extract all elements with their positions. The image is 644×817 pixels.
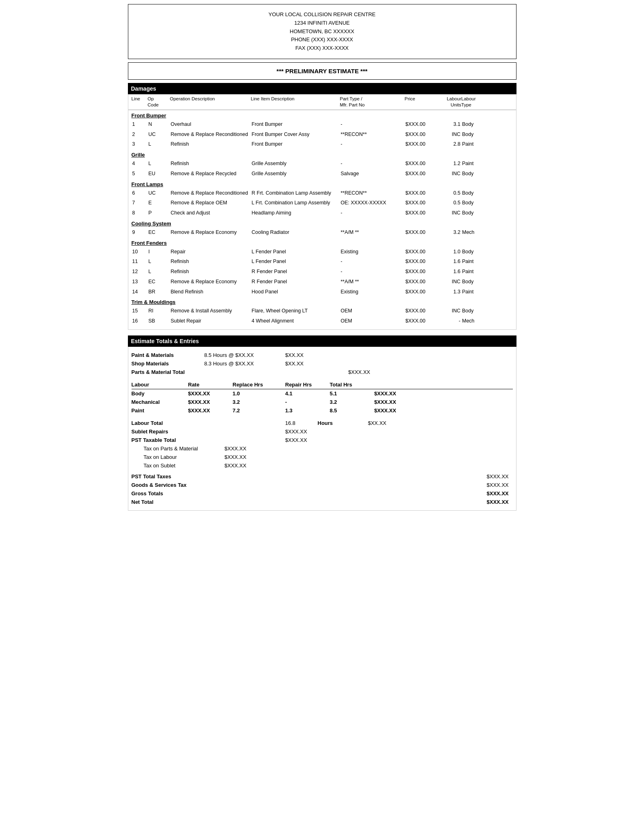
subsection-front-lamps: Front Lamps (128, 179, 516, 188)
table-row: 13 EC Remove & Replace Economy R Fender … (128, 277, 516, 287)
col-price: Price (405, 96, 437, 108)
tax-sublet-row: Tax on Sublet $XXX.XX (132, 461, 513, 470)
labour-total-row: Labour Total 16.8 Hours $XX.XX (132, 419, 513, 427)
pst-taxable-total-row: PST Taxable Total $XXX.XX (132, 436, 513, 444)
header-line2: 1234 INFINITI AVENUE (128, 19, 516, 28)
shop-materials-amount: $XX.XX (285, 361, 334, 367)
pst-taxable-total-amount: $XXX.XX (285, 437, 350, 443)
table-row: 2 UC Remove & Replace Reconditioned Fron… (128, 129, 516, 140)
shop-materials-row: Shop Materials 8.3 Hours @ $XX.XX $XX.XX (132, 359, 513, 368)
mechanical-rate: $XXX.XX (188, 399, 233, 405)
sublet-repairs-label: Sublet Repairs (132, 429, 204, 435)
paint-amount: $XXX.XX (374, 407, 423, 414)
table-row: 16 SB Sublet Repair 4 Wheel Alignment OE… (128, 316, 516, 326)
table-row: 9 EC Remove & Replace Economy Cooling Ra… (128, 227, 516, 238)
mechanical-replace: 3.2 (233, 399, 285, 405)
tax-labour-label: Tax on Labour (144, 454, 225, 460)
paint-materials-label: Paint & Materials (132, 352, 204, 358)
parts-material-total-row: Parts & Material Total $XXX.XX (132, 368, 513, 376)
damages-table: Line OpCode Operation Description Line I… (128, 94, 516, 330)
labour-total-hrs-suffix: Hours (318, 420, 350, 426)
table-row: 6 UC Remove & Replace Reconditioned R Fr… (128, 188, 516, 198)
paint-repair: 1.3 (285, 407, 330, 414)
body-repair: 4.1 (285, 390, 330, 397)
tax-parts-row: Tax on Parts & Material $XXX.XX (132, 444, 513, 453)
col-line: Line (132, 96, 148, 108)
header-line5: FAX (XXX) XXX-XXXX (128, 44, 516, 53)
sublet-repairs-amount: $XXX.XX (285, 429, 350, 435)
tax-labour-amount: $XXX.XX (225, 454, 277, 460)
totals-section-header: Estimate Totals & Entries (128, 335, 516, 347)
subsection-grille: Grille (128, 149, 516, 159)
labour-header-repair: Repair Hrs (285, 382, 330, 388)
gst-label: Goods & Services Tax (132, 482, 221, 488)
header-section: YOUR LOCAL COLLISION REPAIR CENTRE 1234 … (128, 4, 516, 59)
preliminary-title: *** PRELIMINARY ESTIMATE *** (128, 68, 516, 74)
labour-header-total: Total Hrs (330, 382, 374, 388)
body-total: 5.1 (330, 390, 374, 397)
table-row: 7 E Remove & Replace OEM L Frt. Combinat… (128, 198, 516, 208)
subsection-cooling-system: Cooling System (128, 218, 516, 227)
body-rate: $XXX.XX (188, 390, 233, 397)
col-operation: Operation Description (170, 96, 251, 108)
labour-header-rate: Rate (188, 382, 233, 388)
gross-totals-amount: $XXX.XX (464, 490, 513, 497)
body-label: Body (132, 390, 188, 397)
col-part-type: Part Type /Mfr. Part No (340, 96, 405, 108)
mechanical-amount: $XXX.XX (374, 399, 423, 405)
pst-taxable-total-label: PST Taxable Total (132, 437, 204, 443)
body-amount: $XXX.XX (374, 390, 423, 397)
tax-parts-amount: $XXX.XX (225, 446, 277, 452)
table-row: 8 P Check and Adjust Headlamp Aiming - $… (128, 208, 516, 218)
damages-section-header: Damages (128, 83, 516, 94)
pst-total-taxes-amount: $XXX.XX (464, 473, 513, 480)
mechanical-label: Mechanical (132, 399, 188, 405)
table-row: 4 L Refinish Grille Assembly - $XXX.00 1… (128, 159, 516, 169)
paint-materials-amount: $XX.XX (285, 352, 334, 358)
col-op-code: OpCode (148, 96, 170, 108)
pst-total-taxes-row: PST Total Taxes $XXX.XX (132, 472, 513, 481)
paint-label: Paint (132, 407, 188, 414)
table-row: 10 I Repair L Fender Panel Existing $XXX… (128, 247, 516, 257)
totals-section: Paint & Materials 8.5 Hours @ $XX.XX $XX… (128, 347, 516, 511)
preliminary-section: *** PRELIMINARY ESTIMATE *** (128, 62, 516, 80)
paint-total: 8.5 (330, 407, 374, 414)
gst-row: Goods & Services Tax $XXX.XX (132, 481, 513, 489)
tax-sublet-amount: $XXX.XX (225, 463, 277, 469)
header-line3: HOMETOWN, BC XXXXXX (128, 28, 516, 36)
labour-header-label: Labour (132, 382, 188, 388)
paint-labour-row: Paint $XXX.XX 7.2 1.3 8.5 $XXX.XX (132, 406, 513, 415)
subsection-front-fenders: Front Fenders (128, 238, 516, 247)
subsection-front-bumper: Front Bumper (128, 110, 516, 119)
labour-table-header: Labour Rate Replace Hrs Repair Hrs Total… (132, 380, 513, 389)
col-line-item: Line Item Description (251, 96, 340, 108)
parts-material-total-amount: $XXX.XX (334, 369, 374, 375)
col-labour-units: LabourUnits (437, 96, 461, 108)
shop-materials-label: Shop Materials (132, 361, 204, 367)
header-line4: PHONE (XXX) XXX-XXXX (128, 36, 516, 44)
table-row: 15 RI Remove & Install Assembly Flare, W… (128, 306, 516, 316)
tax-sublet-label: Tax on Sublet (144, 463, 225, 469)
mechanical-labour-row: Mechanical $XXX.XX 3.2 - 3.2 $XXX.XX (132, 398, 513, 406)
table-row: 1 N Overhaul Front Bumper - $XXX.00 3.1 … (128, 119, 516, 129)
mechanical-total: 3.2 (330, 399, 374, 405)
net-total-row: Net Total $XXX.XX (132, 498, 513, 506)
subsection-trim-mouldings: Trim & Mouldings (128, 297, 516, 306)
gross-totals-label: Gross Totals (132, 490, 221, 497)
col-labour-type: LabourType (461, 96, 486, 108)
sublet-repairs-row: Sublet Repairs $XXX.XX (132, 427, 513, 436)
net-total-label: Net Total (132, 499, 221, 505)
table-row: 3 L Refinish Front Bumper - $XXX.00 2.8 … (128, 139, 516, 149)
paint-materials-detail: 8.5 Hours @ $XX.XX (204, 352, 285, 358)
table-column-headers: Line OpCode Operation Description Line I… (128, 94, 516, 110)
tax-parts-label: Tax on Parts & Material (144, 446, 225, 452)
labour-total-hrs: 16.8 (285, 420, 318, 426)
pst-total-taxes-label: PST Total Taxes (132, 473, 204, 480)
gross-totals-row: Gross Totals $XXX.XX (132, 489, 513, 498)
shop-materials-detail: 8.3 Hours @ $XX.XX (204, 361, 285, 367)
table-row: 11 L Refinish L Fender Panel - $XXX.00 1… (128, 257, 516, 267)
parts-material-total-label: Parts & Material Total (132, 369, 204, 375)
table-row: 12 L Refinish R Fender Panel - $XXX.00 1… (128, 267, 516, 277)
net-total-amount: $XXX.XX (464, 499, 513, 505)
labour-header-replace: Replace Hrs (233, 382, 285, 388)
